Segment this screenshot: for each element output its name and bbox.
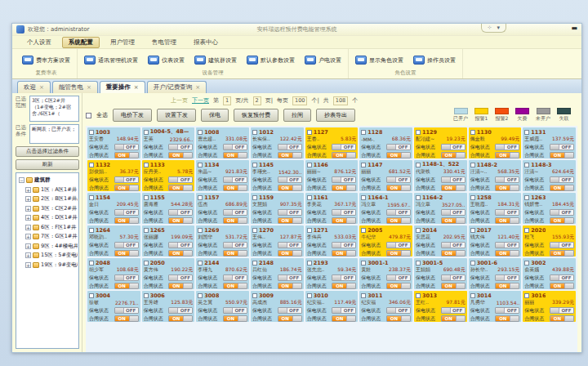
expand-icon[interactable]: + [25,243,31,249]
meter-card[interactable]: 1269刘国华531.72元保电状态OFF合闸状态ON [196,225,249,257]
switch-toggle-on[interactable]: ON [332,217,356,224]
meter-card[interactable]: 1147丽丽681.52元保电状态OFF合闸状态ON [359,160,412,191]
switch-toggle-on[interactable]: ON [495,315,519,322]
supply-toggle-off[interactable]: OFF [168,176,193,183]
supply-toggle-off[interactable]: OFF [223,176,247,183]
card-checkbox[interactable] [252,130,257,135]
supply-toggle-off[interactable]: OFF [441,242,466,248]
expand-icon[interactable]: + [25,196,31,202]
supply-toggle-off[interactable]: OFF [495,209,519,216]
meter-card[interactable]: 1131王威霞..137.59元保电状态OFF合闸状态ON [523,127,576,158]
next-page-link[interactable]: 下一页 [192,96,209,105]
switch-toggle-on[interactable]: ON [332,250,356,257]
meter-card[interactable]: 1270王伟..127.87元保电状态OFF合闸状态ON [251,225,304,257]
supply-toggle-off[interactable]: OFF [223,307,247,314]
card-checkbox[interactable] [198,130,203,135]
card-checkbox[interactable] [416,261,421,266]
menu-item-用户管理[interactable]: 用户管理 [104,37,141,48]
toolbar-button-设置下发[interactable]: 设置下发 [157,109,196,122]
card-checkbox[interactable] [416,195,421,200]
card-checkbox[interactable] [198,261,203,266]
card-checkbox[interactable] [524,130,529,135]
card-checkbox[interactable] [416,130,421,135]
meter-card[interactable]: 1157伍杰686.89元保电状态OFF合闸状态ON [196,193,249,224]
switch-toggle-on[interactable]: ON [386,250,411,257]
card-checkbox[interactable] [144,261,149,266]
prev-page-link[interactable]: 上一页 [171,96,188,105]
switch-toggle-on[interactable]: ON [495,283,519,289]
switch-toggle-on[interactable]: ON [386,283,411,289]
switch-toggle-on[interactable]: ON [114,315,139,322]
card-checkbox[interactable] [361,163,366,167]
ribbon-button[interactable]: 默认参数设置 [247,56,295,65]
tab-重要操作[interactable]: 重要操作× [100,81,145,93]
supply-toggle-off[interactable]: OFF [278,209,302,216]
card-checkbox[interactable] [252,163,257,167]
tab-close-icon[interactable]: × [195,85,200,91]
supply-toggle-off[interactable]: OFF [223,144,247,150]
supply-toggle-off[interactable]: OFF [332,209,356,216]
supply-toggle-off[interactable]: OFF [223,209,247,216]
switch-toggle-on[interactable]: ON [495,152,519,158]
menu-item-售电管理[interactable]: 售电管理 [145,37,183,48]
switch-toggle-on[interactable]: ON [223,185,247,191]
card-checkbox[interactable] [144,130,149,135]
switch-toggle-on[interactable]: ON [168,217,193,224]
card-checkbox[interactable] [307,261,312,266]
meter-card[interactable]: 1148-2汪清~..568.35元保电状态OFF合闸状态ON [469,160,522,191]
menu-item-个人设置[interactable]: 个人设置 [20,37,58,48]
card-checkbox[interactable] [198,228,203,233]
ribbon-button[interactable]: 通讯管理机设置 [84,56,138,65]
card-checkbox[interactable] [470,293,475,298]
meter-card[interactable]: 1003王安春148.94元保电状态OFF合闸状态ON [87,127,140,158]
switch-toggle-on[interactable]: ON [223,315,247,322]
card-checkbox[interactable] [524,195,529,200]
supply-toggle-off[interactable]: OFF [278,176,302,183]
tab-close-icon[interactable]: × [134,85,139,91]
scope-textbox[interactable]: 3区；C区2#井（1#变电；2#宿舍./6区1#（ [29,96,79,122]
expand-icon[interactable]: + [25,206,31,212]
meter-card[interactable]: 2005牛纪华479.87元保电状态OFF合闸状态ON [359,225,412,257]
switch-toggle-on[interactable]: ON [386,185,411,191]
supply-toggle-off[interactable]: OFF [168,209,193,216]
card-checkbox[interactable] [470,130,475,135]
meter-card[interactable]: 1132彭俊娟..36.37元保电状态OFF合闸状态ON [87,160,140,191]
switch-toggle-on[interactable]: ON [278,217,302,224]
card-checkbox[interactable] [307,195,312,200]
supply-toggle-off[interactable]: OFF [278,307,302,314]
switch-toggle-on[interactable]: ON [441,315,466,322]
tree-item[interactable]: +4区：D区1#井（D [19,213,78,223]
switch-toggle-on[interactable]: ON [278,185,302,191]
card-checkbox[interactable] [252,228,257,233]
supply-toggle-off[interactable]: OFF [332,274,356,281]
meter-card[interactable]: 1263钱妍雪..184.45元保电状态OFF合闸状态ON [523,193,576,224]
ribbon-button[interactable]: 仪表设置 [148,56,185,65]
meter-card[interactable]: 2020桂飞155.93元保电状态OFF合闸状态ON [523,225,576,257]
supply-toggle-off[interactable]: OFF [386,274,411,281]
supply-toggle-off[interactable]: OFF [550,176,574,183]
card-checkbox[interactable] [416,293,421,298]
switch-toggle-on[interactable]: ON [332,283,356,289]
switch-toggle-on[interactable]: ON [386,152,411,158]
supply-toggle-off[interactable]: OFF [332,144,356,150]
card-checkbox[interactable] [198,293,203,298]
supply-toggle-off[interactable]: OFF [550,307,574,314]
meter-card[interactable]: 2014安思花202.95元保电状态OFF合闸状态ON [414,225,467,257]
ribbon-button[interactable]: 操作员设置 [413,56,456,65]
switch-toggle-on[interactable]: ON [441,283,466,289]
meter-card[interactable]: 1148-3汪清~624.64元保电状态OFF合闸状态ON [523,160,576,191]
card-checkbox[interactable] [89,130,94,135]
meter-card[interactable]: 1271李伟兵533.03元保电状态OFF合闸状态ON [305,225,359,257]
switch-toggle-on[interactable]: ON [114,283,139,289]
meter-card[interactable]: 1145李瑾光..1542.30..保电状态OFF合闸状态ON [251,160,304,191]
card-checkbox[interactable] [470,261,475,266]
card-checkbox[interactable] [307,293,312,298]
toolbar-button-保电[interactable]: 保电 [201,109,229,122]
toolbar-button-拉闸[interactable]: 拉闸 [283,109,311,122]
meter-card[interactable]: 3002俞英娥439.88元保电状态OFF合闸状态ON [523,258,576,289]
tree-item[interactable]: +2区：B区1#井/B区 [19,194,78,204]
tree-item[interactable]: +19区：9#变电站（2 [19,261,78,270]
card-checkbox[interactable] [361,261,366,266]
refresh-button[interactable]: 刷新 [16,159,79,170]
card-checkbox[interactable] [470,195,475,200]
